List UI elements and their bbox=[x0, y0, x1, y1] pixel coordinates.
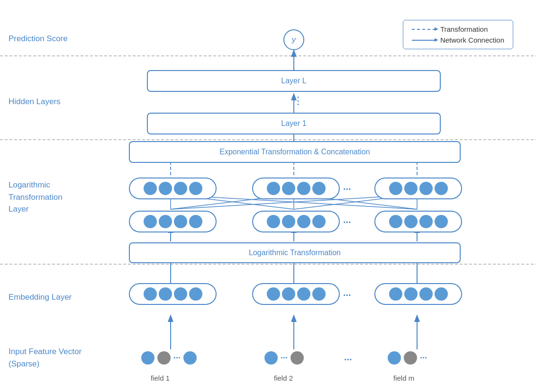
input-node bbox=[404, 351, 417, 365]
log-transform-layer-label: Logarithmic Transformation Layer bbox=[9, 179, 63, 215]
input-node bbox=[183, 351, 197, 365]
node bbox=[435, 287, 448, 301]
node bbox=[419, 215, 433, 228]
node bbox=[282, 182, 295, 195]
input-field1: ··· bbox=[141, 351, 197, 365]
node bbox=[419, 182, 433, 195]
field1-label: field 1 bbox=[151, 374, 170, 382]
input-node bbox=[264, 351, 278, 365]
node bbox=[144, 287, 157, 301]
embedding-layer-label: Embedding Layer bbox=[9, 293, 72, 302]
node bbox=[435, 182, 448, 195]
prediction-score-label: Prediction Score bbox=[9, 34, 68, 44]
exp-transform-box: Exponential Transformation & Concatenati… bbox=[129, 141, 461, 163]
input-node bbox=[291, 351, 304, 365]
log-top-group2 bbox=[252, 178, 340, 199]
node bbox=[404, 182, 418, 195]
log-top-group1 bbox=[129, 178, 217, 199]
node bbox=[389, 215, 402, 228]
node bbox=[144, 182, 157, 195]
node bbox=[159, 215, 172, 228]
node bbox=[144, 215, 157, 228]
node bbox=[297, 287, 310, 301]
node bbox=[174, 287, 187, 301]
legend-network-connection: ▶ Network Connection bbox=[412, 36, 504, 44]
embed-group3 bbox=[374, 283, 462, 305]
node bbox=[404, 287, 418, 301]
fieldm-label: field m bbox=[393, 374, 414, 382]
node bbox=[159, 182, 172, 195]
vertical-dots-layers: ⋮ bbox=[293, 95, 303, 107]
node bbox=[189, 215, 202, 228]
log-bottom-group3 bbox=[374, 211, 462, 232]
node bbox=[189, 287, 202, 301]
field2-label: field 2 bbox=[274, 374, 293, 382]
input-node bbox=[141, 351, 154, 365]
embed-group2 bbox=[252, 283, 340, 305]
dots-embed-row: ··· bbox=[343, 290, 351, 301]
hidden-layers-label: Hidden Layers bbox=[9, 97, 61, 107]
node bbox=[282, 287, 295, 301]
node bbox=[267, 215, 280, 228]
dots-top-row: ··· bbox=[343, 184, 351, 195]
dots-bottom-row: ··· bbox=[343, 217, 351, 228]
node bbox=[267, 182, 280, 195]
layer-l-box: Layer L bbox=[147, 70, 441, 92]
layer-1-box: Layer 1 bbox=[147, 113, 441, 134]
dots-input-row: ··· bbox=[344, 354, 352, 365]
legend-transformation: ▶ Transformation bbox=[412, 25, 504, 33]
input-node bbox=[157, 351, 171, 365]
node bbox=[267, 287, 280, 301]
input-feature-label: Input Feature Vector (Sparse) bbox=[9, 346, 82, 370]
input-field2: ··· bbox=[264, 351, 304, 365]
log-bottom-group1 bbox=[129, 211, 217, 232]
node bbox=[282, 215, 295, 228]
node bbox=[312, 215, 326, 228]
diagram-container: ▶ Transformation ▶ Network Connection Pr… bbox=[0, 0, 536, 392]
node bbox=[312, 182, 326, 195]
log-bottom-group2 bbox=[252, 211, 340, 232]
node bbox=[189, 182, 202, 195]
node bbox=[404, 215, 418, 228]
input-node bbox=[388, 351, 401, 365]
node bbox=[159, 287, 172, 301]
node bbox=[312, 287, 326, 301]
node bbox=[389, 182, 402, 195]
input-fieldm: ··· bbox=[388, 351, 427, 365]
log-top-group3 bbox=[374, 178, 462, 199]
node bbox=[389, 287, 402, 301]
node bbox=[174, 182, 187, 195]
node bbox=[297, 182, 310, 195]
log-transform-box: Logarithmic Transformation bbox=[129, 242, 461, 263]
legend-box: ▶ Transformation ▶ Network Connection bbox=[403, 20, 513, 49]
embed-group1 bbox=[129, 283, 217, 305]
node bbox=[435, 215, 448, 228]
output-node: y bbox=[283, 29, 304, 50]
node bbox=[174, 215, 187, 228]
node bbox=[297, 215, 310, 228]
node bbox=[419, 287, 433, 301]
